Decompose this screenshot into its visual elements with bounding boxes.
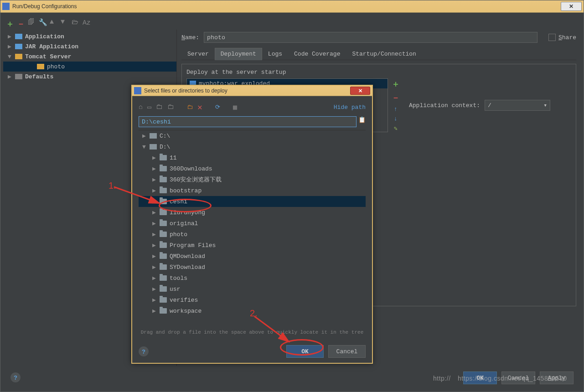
path-input[interactable] bbox=[139, 116, 357, 127]
expand-triangle-icon[interactable]: ▶ bbox=[8, 73, 12, 80]
expand-triangle-icon[interactable]: ▶ bbox=[152, 209, 157, 216]
name-input[interactable] bbox=[204, 32, 537, 43]
tab-startup-connection[interactable]: Startup/Connection bbox=[346, 48, 422, 60]
tree-item-label: Application bbox=[25, 33, 64, 40]
project-icon[interactable]: 🗀 bbox=[156, 103, 163, 111]
folder-11[interactable]: ▶11 bbox=[139, 152, 366, 163]
add-config-icon[interactable]: ＋ bbox=[6, 18, 13, 26]
folder-icon bbox=[160, 188, 167, 193]
expand-triangle-icon[interactable]: ▶ bbox=[152, 285, 157, 293]
settings-icon[interactable]: 🔧 bbox=[39, 18, 46, 26]
expand-triangle-icon[interactable]: ▶ bbox=[8, 43, 12, 50]
expand-triangle-icon[interactable]: ▶ bbox=[8, 33, 12, 40]
app-context-input[interactable]: / ▾ bbox=[485, 100, 550, 111]
expand-triangle-icon[interactable]: ▶ bbox=[152, 198, 157, 205]
tree-item-jar-application[interactable]: ▶JAR Application bbox=[3, 41, 176, 52]
remove-config-icon[interactable]: － bbox=[17, 18, 24, 26]
home-icon[interactable]: ⌂ bbox=[139, 103, 143, 111]
artifact-down-icon[interactable]: ↓ bbox=[392, 115, 400, 122]
expand-triangle-icon[interactable]: ▶ bbox=[152, 253, 157, 260]
folder-original[interactable]: ▶original bbox=[139, 218, 366, 229]
modal-cancel-button[interactable]: Cancel bbox=[328, 345, 366, 358]
folder-verifies[interactable]: ▶verifies bbox=[139, 294, 366, 305]
tree-item-label: Tomcat Server bbox=[25, 53, 71, 60]
folder-photo[interactable]: ▶photo bbox=[139, 229, 366, 240]
history-icon[interactable]: 📋 bbox=[358, 116, 366, 127]
drive-label: C:\ bbox=[160, 133, 170, 139]
down-icon[interactable]: ▼ bbox=[61, 18, 68, 26]
drive-C[interactable]: ▶C:\ bbox=[139, 130, 366, 141]
hide-path-link[interactable]: Hide path bbox=[334, 104, 366, 111]
modal-ok-button[interactable]: OK bbox=[286, 345, 324, 358]
expand-triangle-icon[interactable]: ▶ bbox=[152, 176, 157, 183]
tree-item-tomcat-server[interactable]: ▼Tomcat Server bbox=[3, 52, 176, 62]
watermark-right: https://blog.csdn.net/qq_145859530 bbox=[458, 375, 567, 382]
file-tree[interactable]: ▶C:\▼D:\▶11▶360Downloads▶360安全浏览器下载▶boot… bbox=[139, 130, 366, 328]
refresh-icon[interactable]: ⟳ bbox=[215, 103, 220, 111]
artifact-remove-icon[interactable]: － bbox=[392, 92, 400, 103]
folder-sydownload[interactable]: ▶SYDownload bbox=[139, 262, 366, 273]
modal-bottom: ? OK Cancel bbox=[132, 340, 372, 363]
expand-triangle-icon[interactable]: ▶ bbox=[152, 187, 157, 194]
expand-triangle-icon[interactable]: ▶ bbox=[152, 274, 157, 282]
folder-bootstrap[interactable]: ▶bootstrap bbox=[139, 185, 366, 196]
drive-icon bbox=[150, 133, 157, 139]
up-icon[interactable]: ▲ bbox=[50, 18, 57, 26]
expand-triangle-icon[interactable]: ▶ bbox=[142, 132, 147, 139]
new-folder-icon[interactable]: 🗀 bbox=[187, 104, 193, 111]
folder-icon bbox=[160, 264, 167, 270]
chevron-down-icon[interactable]: ▾ bbox=[543, 102, 547, 109]
show-hidden-icon[interactable]: ▦ bbox=[233, 103, 237, 112]
modal-app-icon bbox=[134, 87, 141, 94]
tab-deployment[interactable]: Deployment bbox=[215, 48, 262, 60]
expand-triangle-icon[interactable]: ▶ bbox=[152, 154, 157, 161]
drive-icon bbox=[150, 144, 157, 150]
folder-tools[interactable]: ▶tools bbox=[139, 273, 366, 284]
folder-icon bbox=[160, 286, 167, 292]
modal-help-button[interactable]: ? bbox=[139, 346, 149, 356]
close-modal-button[interactable]: ✕ bbox=[350, 87, 370, 95]
share-checkbox[interactable]: Share bbox=[548, 34, 576, 41]
folder-icon[interactable]: 🗁 bbox=[72, 18, 79, 26]
module-icon[interactable]: 🗀 bbox=[167, 103, 174, 111]
folder-qmdownload[interactable]: ▶QMDownload bbox=[139, 251, 366, 262]
tree-item-photo[interactable]: photo bbox=[3, 62, 176, 72]
expand-triangle-icon[interactable]: ▶ bbox=[152, 263, 157, 271]
share-checkbox-box[interactable] bbox=[548, 34, 556, 41]
expand-triangle-icon[interactable]: ▶ bbox=[152, 165, 157, 172]
tree-item-application[interactable]: ▶Application bbox=[3, 31, 176, 41]
tomcat-icon bbox=[15, 54, 22, 59]
folder-program-files[interactable]: ▶Program Files bbox=[139, 240, 366, 251]
folder-360downloads[interactable]: ▶360Downloads bbox=[139, 163, 366, 174]
artifact-up-icon[interactable]: ↑ bbox=[392, 106, 400, 113]
folder-usr[interactable]: ▶usr bbox=[139, 284, 366, 294]
artifact-edit-icon[interactable]: ✎ bbox=[392, 125, 400, 132]
desktop-icon[interactable]: ▭ bbox=[147, 103, 151, 112]
help-button[interactable]: ? bbox=[10, 372, 21, 382]
tree-item-defaults[interactable]: ▶Defaults bbox=[3, 72, 176, 82]
close-main-button[interactable]: ✕ bbox=[561, 2, 582, 11]
folder-ceshi[interactable]: ▶ceshi bbox=[139, 196, 366, 207]
tab-code-coverage[interactable]: Code Coverage bbox=[288, 48, 346, 60]
expand-triangle-icon[interactable]: ▶ bbox=[152, 242, 157, 249]
expand-triangle-icon[interactable]: ▼ bbox=[142, 144, 147, 150]
tab-logs[interactable]: Logs bbox=[262, 48, 288, 60]
folder-liurunyong[interactable]: ▶liurunyong bbox=[139, 207, 366, 218]
expand-triangle-icon[interactable]: ▶ bbox=[152, 296, 157, 304]
folder-label: tools bbox=[170, 275, 187, 282]
sort-az-icon[interactable]: Aᴢ bbox=[83, 18, 90, 26]
tab-server[interactable]: Server bbox=[181, 48, 215, 60]
tabs: ServerDeploymentLogsCode CoverageStartup… bbox=[181, 48, 576, 60]
folder-360安全浏览器下载[interactable]: ▶360安全浏览器下载 bbox=[139, 174, 366, 185]
expand-triangle-icon[interactable]: ▶ bbox=[152, 231, 157, 238]
share-label: Share bbox=[558, 34, 576, 41]
expand-triangle-icon[interactable]: ▶ bbox=[152, 220, 157, 227]
drive-D[interactable]: ▼D:\ bbox=[139, 141, 366, 152]
delete-icon[interactable]: ✕ bbox=[197, 102, 202, 112]
folder-label: Program Files bbox=[170, 242, 216, 249]
copy-config-icon[interactable]: 🗐 bbox=[28, 18, 35, 26]
folder-workspace[interactable]: ▶workspace bbox=[139, 305, 366, 316]
expand-triangle-icon[interactable]: ▼ bbox=[8, 53, 12, 60]
expand-triangle-icon[interactable]: ▶ bbox=[152, 307, 157, 315]
artifact-add-icon[interactable]: ＋ bbox=[392, 78, 400, 89]
